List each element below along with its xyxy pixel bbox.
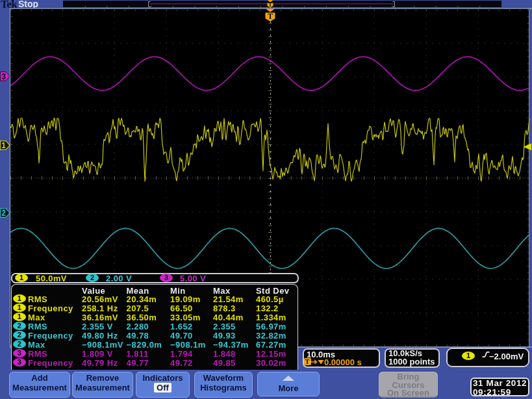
svg-text:1: 1: [1, 141, 6, 150]
svg-text:T: T: [268, 12, 273, 21]
svg-text:3: 3: [1, 72, 6, 81]
svg-text:2: 2: [1, 209, 6, 218]
